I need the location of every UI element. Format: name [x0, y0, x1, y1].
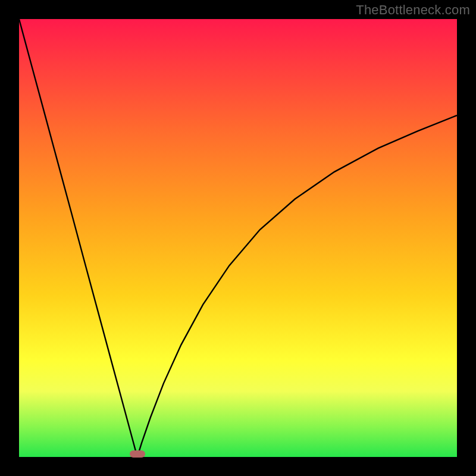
chart-frame: TheBottleneck.com [0, 0, 476, 476]
minimum-marker [130, 450, 145, 458]
curve-path [19, 19, 457, 457]
plot-area [19, 19, 457, 457]
curve-svg [19, 19, 457, 457]
attribution-text: TheBottleneck.com [356, 2, 470, 18]
